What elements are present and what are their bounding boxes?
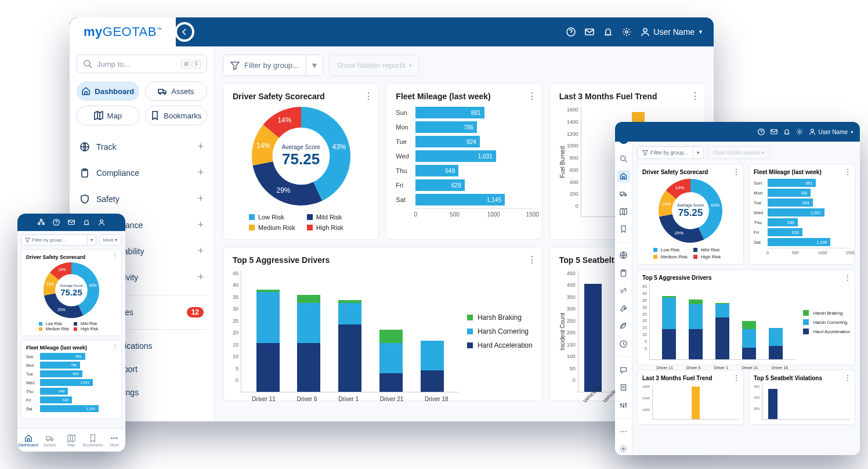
phone-more-button[interactable]: More ▾ — [99, 234, 122, 246]
card-driver-safety-scorecard: Driver Safety Scorecard ⋮ 43%29%14%14% A… — [223, 83, 379, 240]
bell-icon[interactable] — [83, 219, 90, 226]
help-icon[interactable] — [566, 27, 576, 37]
user-icon — [641, 27, 650, 37]
sidebar-pill-map[interactable]: Map — [77, 106, 139, 125]
legend-item: Harsh Braking — [467, 313, 533, 322]
rail-maintenance[interactable] — [617, 302, 630, 314]
legend-item: Mild Risk — [693, 247, 728, 252]
legend-item: Mild Risk — [74, 322, 104, 326]
legend-item: Medium Risk — [249, 224, 295, 231]
globe-icon — [80, 142, 89, 151]
phone-tab-dashboard[interactable]: Dashboard — [17, 429, 39, 452]
legend-item: High Risk — [74, 327, 104, 331]
tcard-scorecard: Driver Safety Scorecard⋮ 43%29%14%14%Ave… — [637, 164, 744, 265]
sidebar-pill-dashboard[interactable]: Dashboard — [77, 81, 139, 101]
card-title: Driver Safety Scorecard — [233, 92, 369, 101]
tablet-hidden-reports[interactable]: Show hidden reports ▾ — [707, 146, 770, 159]
card-menu-icon[interactable]: ⋮ — [690, 91, 699, 102]
legend-item: Low Risk — [653, 247, 688, 252]
card-menu-icon[interactable]: ⋮ — [527, 254, 536, 265]
mail-icon[interactable] — [771, 128, 777, 135]
show-hidden-reports[interactable]: Show hidden reports▾ — [329, 55, 419, 76]
gear-icon[interactable] — [796, 128, 803, 135]
header-bar: myGEOTAB™ User Name ▼ — [70, 17, 714, 46]
help-icon[interactable] — [53, 219, 60, 226]
card-menu-icon[interactable]: ⋮ — [364, 91, 372, 102]
rail-expand-button[interactable] — [617, 142, 630, 146]
chevron-down-icon: ▼ — [698, 29, 703, 35]
user-icon[interactable] — [98, 219, 105, 226]
legend-item: Harsh Cornering — [803, 319, 850, 325]
help-icon[interactable] — [758, 128, 765, 135]
rail-sustainability[interactable] — [617, 320, 630, 331]
sidebar-item-compliance[interactable]: Compliance+ — [77, 160, 207, 186]
avg-score-value: 75.25 — [282, 150, 320, 168]
rail-messages[interactable] — [617, 364, 630, 376]
phone-tab-assets[interactable]: Assets — [39, 429, 60, 452]
legend-item: Harsh Braking — [803, 310, 850, 316]
legend-item: Harsh Cornering — [467, 327, 533, 335]
rail-more[interactable] — [617, 425, 630, 437]
avg-score-label: Average Score — [282, 144, 320, 150]
phone-tab-bookmarks[interactable]: Bookmarks — [82, 429, 104, 452]
user-menu[interactable]: User Name▼ — [809, 128, 854, 135]
tablet-window: User Name▼ Filter by gro — [615, 122, 860, 455]
tcard-mileage: Fleet Mileage (last week)⋮ Sun881Mon786T… — [748, 164, 855, 265]
tablet-filter[interactable]: Filter by group...▾ — [637, 146, 704, 159]
search-icon — [83, 59, 92, 68]
bell-icon[interactable] — [783, 128, 790, 135]
expand-icon: + — [197, 193, 204, 205]
sitemap-icon[interactable] — [38, 219, 45, 226]
expand-icon: + — [197, 219, 204, 231]
rail-reports[interactable] — [617, 382, 630, 394]
filter-by-group[interactable]: Filter by group... ▾ — [223, 55, 323, 76]
pcard-mileage: Fleet Mileage (last week)⋮ Sun881Mon786T… — [21, 340, 122, 419]
phone-filter[interactable]: Filter by group...▾ — [21, 234, 96, 246]
legend-item: Hard Acceleration — [803, 329, 850, 334]
bookmark-icon — [150, 111, 160, 120]
jump-to-input[interactable]: Jump to... ⌘F — [77, 55, 207, 73]
sidebar-pill-bookmarks[interactable]: Bookmarks — [145, 106, 208, 125]
mail-icon[interactable] — [68, 219, 75, 226]
tablet-rail — [615, 142, 632, 455]
phone-tab-more[interactable]: More — [104, 429, 125, 452]
gear-icon[interactable] — [622, 27, 631, 37]
user-name-label: User Name — [653, 27, 695, 37]
rail-map[interactable] — [617, 205, 630, 217]
funnel-icon — [230, 61, 240, 70]
legend-item: High Risk — [307, 224, 353, 231]
brand-prefix: my — [84, 24, 103, 39]
rail-dashboard[interactable] — [617, 170, 630, 182]
phone-tab-map[interactable]: Map — [60, 429, 82, 452]
sidebar-collapse-button[interactable] — [175, 22, 194, 42]
mail-icon[interactable] — [585, 27, 594, 37]
y-axis-label: Fuel Burned — [559, 146, 566, 178]
legend-item: Low Risk — [39, 322, 69, 326]
expand-icon: + — [197, 245, 204, 257]
rail-assets[interactable] — [617, 188, 630, 200]
rail-search[interactable] — [617, 153, 630, 164]
user-menu[interactable]: User Name ▼ — [641, 27, 703, 37]
legend-item: Mild Risk — [307, 214, 353, 221]
tcard-fuel: Last 3 Months Fuel Trend⋮ 160014001200 — [637, 370, 744, 425]
rail-productivity[interactable] — [617, 338, 630, 349]
jump-placeholder: Jump to... — [97, 60, 130, 68]
sidebar-item-track[interactable]: Track+ — [77, 134, 207, 160]
expand-icon: + — [197, 140, 204, 153]
rail-settings[interactable] — [617, 443, 630, 455]
rail-safety[interactable] — [617, 285, 630, 297]
tcard-seatbelt: Top 5 Seatbelt Violations⋮ 450400350 — [748, 370, 855, 425]
rail-compliance[interactable] — [617, 267, 630, 279]
tcard-aggressive: Top 5 Aggressive Drivers⋮ 45403530252015… — [637, 269, 855, 365]
shield-icon — [80, 194, 89, 204]
rail-sliders[interactable] — [617, 399, 630, 411]
sidebar-pill-assets[interactable]: Assets — [145, 81, 208, 101]
card-title: Fleet Mileage (last week) — [396, 92, 532, 101]
bell-icon[interactable] — [603, 27, 613, 37]
sidebar-item-safety[interactable]: Safety+ — [77, 186, 207, 212]
brand-suffix: GEOTAB — [103, 24, 157, 39]
header-icons: User Name ▼ — [566, 27, 703, 37]
rail-bookmarks[interactable] — [617, 223, 630, 234]
card-menu-icon[interactable]: ⋮ — [527, 91, 536, 102]
rail-track[interactable] — [617, 250, 630, 261]
